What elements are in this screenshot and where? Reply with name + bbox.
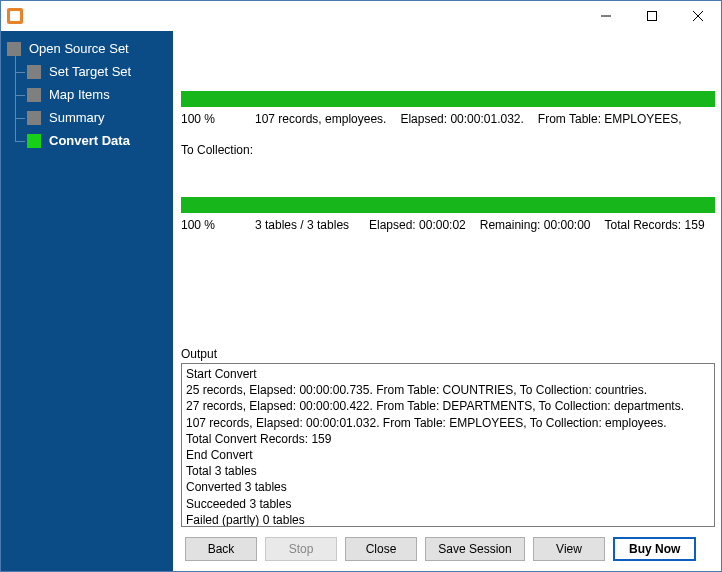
sidebar-item-label: Summary	[49, 110, 105, 125]
sidebar-root-label: Open Source Set	[29, 41, 129, 56]
titlebar	[1, 1, 721, 31]
overall-progress-stats: 100 % 3 tables / 3 tables Elapsed: 00:00…	[181, 217, 715, 234]
overall-progress-percent: 100 %	[181, 217, 241, 234]
view-button[interactable]: View	[533, 537, 605, 561]
back-button[interactable]: Back	[185, 537, 257, 561]
step-indicator-icon	[7, 42, 21, 56]
step-indicator-icon	[27, 111, 41, 125]
step-indicator-icon	[27, 88, 41, 102]
sidebar-item-set-target-set[interactable]: Set Target Set	[27, 60, 167, 83]
table-progress-to: To Collection:	[181, 142, 253, 159]
buy-now-button[interactable]: Buy Now	[613, 537, 696, 561]
output-label: Output	[181, 347, 715, 361]
sidebar: Open Source Set Set Target Set Map Items…	[1, 31, 173, 571]
main-panel: 100 % 107 records, employees. Elapsed: 0…	[173, 31, 721, 571]
table-progress-from: From Table: EMPLOYEES,	[538, 111, 682, 128]
minimize-button[interactable]	[583, 1, 629, 31]
sidebar-item-convert-data[interactable]: Convert Data	[27, 129, 167, 152]
table-progress-bar	[181, 91, 715, 107]
table-progress-records: 107 records, employees.	[255, 111, 386, 128]
save-session-button[interactable]: Save Session	[425, 537, 525, 561]
overall-progress-total: Total Records: 159	[605, 217, 705, 234]
maximize-button[interactable]	[629, 1, 675, 31]
svg-rect-0	[648, 12, 657, 21]
step-indicator-icon	[27, 134, 41, 148]
sidebar-item-summary[interactable]: Summary	[27, 106, 167, 129]
table-progress-percent: 100 %	[181, 111, 241, 128]
step-indicator-icon	[27, 65, 41, 79]
sidebar-item-label: Set Target Set	[49, 64, 131, 79]
sidebar-children: Set Target Set Map Items Summary Convert…	[27, 60, 167, 152]
output-box[interactable]: Start Convert 25 records, Elapsed: 00:00…	[181, 363, 715, 527]
table-progress-stats: 100 % 107 records, employees. Elapsed: 0…	[181, 111, 715, 159]
overall-progress-bar	[181, 197, 715, 213]
overall-progress-elapsed: Elapsed: 00:00:02	[369, 217, 466, 234]
stop-button: Stop	[265, 537, 337, 561]
table-progress-elapsed: Elapsed: 00:00:01.032.	[400, 111, 523, 128]
overall-progress-remaining: Remaining: 00:00:00	[480, 217, 591, 234]
button-row: Back Stop Close Save Session View Buy No…	[181, 527, 715, 565]
close-button[interactable]	[675, 1, 721, 31]
sidebar-item-label: Convert Data	[49, 133, 130, 148]
sidebar-item-label: Map Items	[49, 87, 110, 102]
app-icon	[7, 8, 23, 24]
progress-area: 100 % 107 records, employees. Elapsed: 0…	[181, 37, 715, 235]
close-button-footer[interactable]: Close	[345, 537, 417, 561]
content-area: Open Source Set Set Target Set Map Items…	[1, 31, 721, 571]
sidebar-root[interactable]: Open Source Set	[7, 41, 167, 56]
overall-progress-tables: 3 tables / 3 tables	[255, 217, 355, 234]
sidebar-item-map-items[interactable]: Map Items	[27, 83, 167, 106]
window-controls	[583, 1, 721, 31]
